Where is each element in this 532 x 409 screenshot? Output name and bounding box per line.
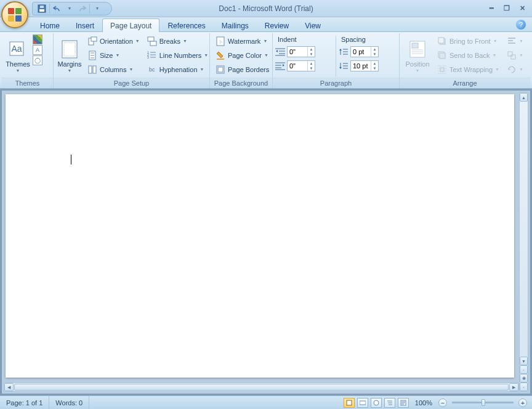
undo-button[interactable] [52, 3, 63, 14]
print-layout-view[interactable] [344, 398, 355, 408]
tab-home[interactable]: Home [32, 18, 68, 32]
page-borders-button[interactable]: Page Borders [212, 63, 272, 76]
page-borders-label: Page Borders [228, 66, 269, 73]
orientation-label: Orientation [100, 38, 133, 45]
themes-button[interactable]: Aa Themes ▼ [4, 34, 31, 78]
tab-page-layout[interactable]: Page Layout [102, 18, 159, 32]
scroll-left-button[interactable]: ◀ [4, 383, 14, 391]
browse-object-button[interactable]: ◉ [520, 374, 528, 383]
office-button[interactable] [1, 1, 28, 28]
full-screen-view[interactable] [357, 398, 368, 408]
size-icon [87, 51, 97, 60]
page-borders-icon [216, 65, 225, 75]
horizontal-scrollbar[interactable]: ◀ ▶ [4, 383, 519, 392]
svg-rect-1 [39, 9, 44, 12]
breaks-button[interactable]: Breaks▼ [144, 34, 211, 48]
indent-left-value: 0" [288, 47, 307, 57]
space-after-up[interactable]: ▲ [371, 61, 378, 66]
theme-fonts-button[interactable]: A [33, 45, 42, 55]
zoom-level[interactable]: 100% [415, 399, 432, 407]
space-before-down[interactable]: ▼ [371, 52, 378, 57]
scroll-right-button[interactable]: ▶ [509, 383, 518, 391]
minimize-button[interactable]: ━ [488, 3, 496, 14]
indent-right-up[interactable]: ▲ [308, 61, 315, 66]
close-button[interactable]: ✕ [518, 3, 527, 14]
next-page-button[interactable]: ◦ [520, 383, 528, 391]
tab-insert[interactable]: Insert [68, 18, 102, 32]
group-button: ▼ [504, 49, 526, 62]
status-page[interactable]: Page: 1 of 1 [0, 396, 49, 409]
prev-page-button[interactable]: ◦ [520, 365, 528, 374]
svg-rect-30 [511, 55, 515, 59]
indent-label: Indent [275, 34, 333, 44]
line-numbers-label: Line Numbers [159, 52, 201, 59]
zoom-thumb[interactable] [482, 399, 485, 406]
save-button[interactable] [36, 3, 47, 14]
space-before-up[interactable]: ▲ [371, 47, 378, 52]
page-color-label: Page Color [228, 52, 262, 59]
theme-colors-button[interactable] [33, 34, 42, 44]
line-numbers-button[interactable]: 123 Line Numbers▼ [144, 49, 211, 62]
orientation-button[interactable]: Orientation▼ [84, 34, 143, 48]
zoom-slider[interactable] [452, 402, 514, 403]
outline-view[interactable] [384, 398, 395, 408]
undo-dropdown[interactable]: ▼ [64, 3, 75, 14]
align-button: ▼ [504, 34, 526, 48]
rotate-icon [507, 65, 517, 75]
redo-button[interactable] [76, 3, 87, 14]
scroll-up-button[interactable]: ▲ [520, 93, 528, 102]
scroll-down-button[interactable]: ▼ [520, 357, 528, 365]
indent-left-input[interactable]: 0"▲▼ [287, 46, 315, 57]
indent-left-down[interactable]: ▼ [308, 52, 315, 57]
svg-rect-2 [40, 6, 44, 8]
page-color-button[interactable]: Page Color▼ [212, 49, 272, 62]
send-to-back-label: Send to Back [449, 52, 490, 59]
space-after-value: 10 pt [351, 61, 371, 71]
hyphenation-button[interactable]: bc Hyphenation▼ [144, 63, 211, 76]
help-button[interactable]: ? [516, 20, 526, 30]
indent-right-down[interactable]: ▼ [308, 66, 315, 71]
spacing-label: Spacing [339, 34, 397, 44]
text-wrapping-button: Text Wrapping▼ [434, 63, 502, 76]
svg-rect-27 [440, 53, 445, 59]
space-before-input[interactable]: 0 pt▲▼ [350, 46, 379, 57]
space-after-input[interactable]: 10 pt▲▼ [350, 60, 379, 71]
tab-references[interactable]: References [159, 18, 213, 32]
indent-right-input[interactable]: 0"▲▼ [287, 60, 315, 71]
draft-view[interactable] [398, 398, 409, 408]
tab-view[interactable]: View [297, 18, 329, 32]
svg-rect-29 [508, 52, 512, 56]
vertical-scrollbar[interactable]: ▲ ▼ ◦ ◉ ◦ [519, 92, 528, 392]
svg-rect-23 [412, 43, 418, 48]
status-words[interactable]: Words: 0 [49, 396, 89, 409]
zoom-in-button[interactable]: + [518, 399, 527, 407]
hyphenation-icon: bc [147, 65, 157, 75]
position-icon [408, 39, 427, 59]
watermark-icon: A [216, 36, 225, 46]
size-button[interactable]: Size▼ [84, 49, 143, 62]
document-page[interactable] [6, 94, 514, 378]
bring-to-front-button: Bring to Front▼ [434, 34, 502, 48]
qat-customize[interactable]: ▼ [92, 3, 103, 14]
margins-button[interactable]: Margins ▼ [56, 34, 83, 78]
space-before-icon [339, 47, 349, 57]
page-setup-group-title: Page Setup [54, 78, 209, 88]
watermark-button[interactable]: A Watermark▼ [212, 34, 272, 48]
svg-rect-13 [150, 41, 156, 46]
svg-rect-28 [440, 68, 444, 71]
indent-right-value: 0" [288, 61, 307, 71]
tab-review[interactable]: Review [257, 18, 297, 32]
indent-left-up[interactable]: ▲ [308, 47, 315, 52]
space-after-down[interactable]: ▼ [371, 66, 378, 71]
columns-button[interactable]: Columns▼ [84, 63, 143, 76]
theme-effects-button[interactable]: ◯ [33, 55, 42, 65]
margins-icon [60, 39, 79, 59]
watermark-label: Watermark [228, 38, 260, 45]
maximize-button[interactable]: ❐ [502, 3, 512, 14]
web-layout-view[interactable] [371, 398, 382, 408]
hscroll-thumb[interactable] [14, 384, 509, 391]
columns-icon [87, 65, 97, 75]
zoom-out-button[interactable]: − [438, 399, 447, 407]
tab-mailings[interactable]: Mailings [214, 18, 257, 32]
svg-rect-10 [89, 66, 92, 73]
